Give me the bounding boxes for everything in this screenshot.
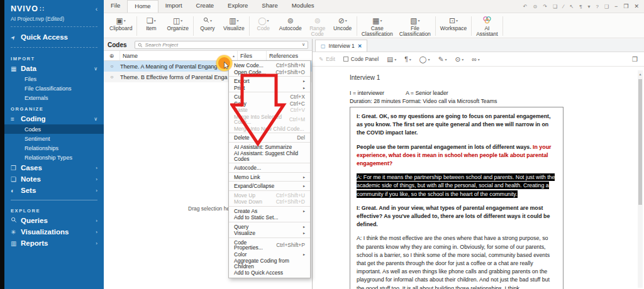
search-input[interactable]: Search Project ∨ [135,41,308,49]
menu-item-delete[interactable]: DeleteDel [229,134,310,143]
paragraph-icon[interactable]: ¶ [579,4,582,9]
menu-item-export[interactable]: Export▸ [229,78,310,85]
tab-import[interactable]: Import [158,0,189,13]
menu-item-move-down[interactable]: Move DownCtrl+Shift+D [229,199,310,207]
cascade-windows-icon[interactable]: ❐ [632,56,638,63]
sidebar-item-quick-access[interactable]: ➤ Quick Access [4,31,104,43]
case-classification-button[interactable]: ▦▾ CaseClassification [358,14,396,38]
quick-coding-button[interactable]: ◯▾ [419,55,430,63]
menu-item-create-as[interactable]: Create As▸ [229,208,310,215]
sidebar-item-cases[interactable]: ❒ Cases › [4,162,104,173]
menu-item-expand-collapse[interactable]: Expand/Collapse▸ [229,183,310,191]
transcript-paragraph[interactable]: People use the term parental engagement … [357,143,557,168]
sidebar-item-coding[interactable]: ≡ Coding ∨ [4,113,104,124]
record-icon[interactable]: ⊙ [533,4,538,9]
help-icon[interactable]: ? [596,4,598,9]
paragraph-styles-button[interactable]: ¶▾ [404,55,411,63]
close-tab-icon[interactable]: ✕ [358,43,362,49]
organize-button[interactable]: ◫▾ Organize [164,14,192,38]
sidebar-item-file-classifications[interactable]: File Classifications [4,84,104,93]
sidebar-item-files[interactable]: Files [4,74,104,84]
menu-item-merge-new-child[interactable]: Merge Into New Child Code... [229,126,310,134]
select-icon[interactable]: ↖ [569,4,574,9]
menu-item-memo-link[interactable]: Memo Link▸ [229,174,310,182]
sidebar-item-reports[interactable]: ▥ Reports › [4,237,104,249]
file-classification-button[interactable]: ▧▾ FileClassification [396,14,434,38]
tab-modules[interactable]: Modules [285,0,321,13]
menu-item-cut[interactable]: CutCtrl+X [229,94,310,101]
checkbox[interactable] [343,57,348,62]
column-references[interactable]: References [267,51,312,60]
ai-assistant-button[interactable]: AIAssistant [473,14,501,38]
tab-interview-1[interactable]: ▢ Interview 1 ✕ [315,40,367,52]
sidebar-item-visualizations[interactable]: ✳ Visualizations › [4,226,104,237]
coding-stripes-button[interactable]: ⊙▾ [455,55,464,63]
clipboard-button[interactable]: ▣▾ Clipboard [106,14,135,38]
tab-file[interactable]: File [104,0,127,13]
sidebar-collapse-icon[interactable]: ‹ [96,6,97,13]
menu-item-ai-summarize[interactable]: AI Assistant: Summarize [229,144,310,151]
column-files[interactable]: Files [238,51,267,60]
chevron-down-icon[interactable]: ∨ [302,42,305,47]
sidebar-item-relationship-types[interactable]: Relationship Types [4,153,104,162]
sidebar-item-sets[interactable]: ◐ Sets › [4,185,104,196]
code-button[interactable]: ◯▾ Code [251,14,276,38]
tab-create[interactable]: Create [189,0,221,13]
menu-item-add-to-static-set[interactable]: Add to Static Set... [229,214,310,222]
menu-item-print[interactable]: Print▸ [229,85,310,93]
minimize-button[interactable]: − [614,3,618,9]
undo-icon[interactable]: ↶ [523,4,528,9]
tab-share[interactable]: Share [255,0,284,13]
uncode-button[interactable]: ⊘▾ Uncode [330,14,355,38]
highlight-button[interactable]: ✎▾ [438,55,447,63]
menu-item-autocode[interactable]: Autocode... [229,165,310,173]
menu-item-query[interactable]: Query▸ [229,224,310,231]
sidebar-item-queries[interactable]: Queries › [4,215,104,226]
sidebar-item-externals[interactable]: Externals [4,93,104,102]
expand-all-icon[interactable]: ⊕ [104,51,120,60]
feedback-icon[interactable]: ❑ [604,4,609,9]
transcript-paragraph[interactable]: I: Great. And in your view, what types o… [357,204,557,229]
tab-home[interactable]: Home [127,0,158,13]
menu-item-aggregate-coding[interactable]: Aggregate Coding from Children [229,258,310,270]
more-icon[interactable]: ▾ [587,4,590,9]
redo-icon[interactable]: ↷ [543,4,547,9]
menu-item-paste[interactable]: PasteCtrl+V [229,107,310,114]
menu-item-color[interactable]: Color▸ [229,251,310,258]
sidebar-item-relationships[interactable]: Relationships [4,143,104,153]
see-also-links-button[interactable]: ∞▾ [472,55,480,63]
menu-item-add-to-quick-access[interactable]: Add to Quick Access [229,270,310,276]
menu-item-new-code[interactable]: New Code...Ctrl+Shift+N [229,62,310,69]
restore-button[interactable]: ❐ [623,3,628,9]
menu-item-open-code[interactable]: Open Code...Ctrl+Shift+O [229,69,310,77]
close-button[interactable]: ✕ [634,3,639,9]
sidebar-item-data[interactable]: ▦ Data ∨ [4,63,104,74]
tab-explore[interactable]: Explore [221,0,255,13]
menu-item-copy[interactable]: CopyCtrl+C [229,101,310,107]
transcript-paragraph[interactable]: I: Great. OK, so my questions are going … [357,112,557,138]
sidebar-item-sentiment[interactable]: Sentiment [4,134,104,143]
transcript-paragraph-selected[interactable]: A: For me it means the partnership betwe… [357,173,557,199]
pen-tool-icon[interactable]: ∕ [563,4,564,9]
workspace-button[interactable]: ⊡▾ Workspace [437,14,470,38]
scrollbar-thumb[interactable] [638,79,642,205]
menu-item-ai-suggest-child-codes[interactable]: AI Assistant: Suggest Child Codes [229,150,310,163]
code-panel-toggle[interactable]: Code Panel [343,56,379,62]
scroll-up-icon[interactable]: ▴ [638,70,643,76]
sidebar-item-notes[interactable]: ❏ Notes › [4,173,104,185]
range-code-button[interactable]: ⊚ RangeCode [305,14,330,38]
menu-item-code-properties[interactable]: Code Properties...Ctrl+Shift+P [229,239,310,251]
menu-item-merge-selected[interactable]: Merge Into Selected Code...Ctrl+M [229,114,310,126]
menu-item-visualize[interactable]: Visualize▸ [229,230,310,238]
autocode-button[interactable]: ⊚ Autocode [276,14,305,38]
item-button[interactable]: ❏▾ Item [138,14,164,38]
transcript-paragraph[interactable]: A: I think the most effective are the on… [357,234,557,289]
sidebar-item-codes[interactable]: Codes [4,124,104,134]
edit-toggle[interactable]: ✎ Edit [319,56,335,62]
menu-item-move-up[interactable]: Move UpCtrl+Shift+U [229,192,310,199]
annotations-button[interactable]: ▤▾ [387,55,396,63]
query-button[interactable]: ▾ Query [195,14,220,38]
save-icon[interactable]: ❏ [553,4,557,9]
visualize-button[interactable]: ▥▾ Visualize [220,14,248,38]
vertical-scrollbar[interactable]: ▴ [638,70,643,288]
